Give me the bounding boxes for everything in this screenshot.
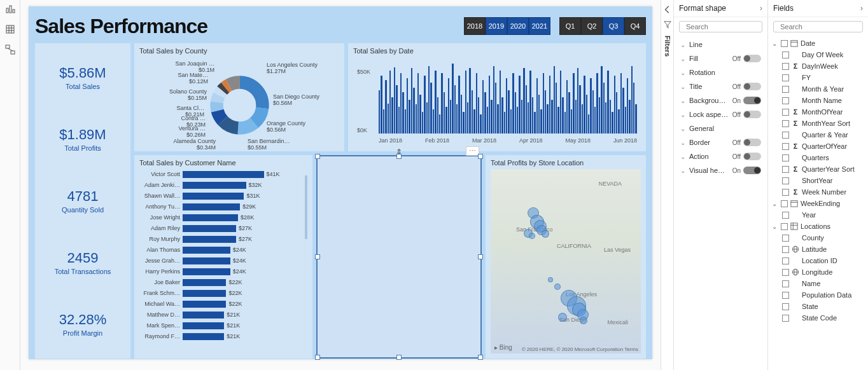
field-item[interactable]: ΣMonthOfYear — [768, 106, 868, 118]
toggle[interactable]: Off — [732, 83, 761, 90]
field-table[interactable]: ⌄Date — [768, 38, 868, 49]
checkbox[interactable] — [782, 280, 789, 287]
expand-icon[interactable]: ⌄ — [772, 200, 778, 207]
column-chart-tile[interactable]: Total Sales by Date $50K $0K Jan 2018Feb… — [348, 43, 646, 151]
format-section[interactable]: ⌄FillOff — [674, 51, 767, 65]
year-button[interactable]: 2021 — [529, 17, 550, 35]
checkbox[interactable] — [782, 235, 789, 242]
fields-search[interactable] — [773, 21, 863, 32]
field-item[interactable]: County — [768, 232, 868, 243]
year-button[interactable]: 2019 — [486, 17, 507, 35]
field-item[interactable]: Location ID — [768, 255, 868, 266]
fields-search-input[interactable] — [780, 23, 868, 31]
resize-handle[interactable] — [478, 355, 483, 360]
field-item[interactable]: Longitude — [768, 266, 868, 278]
checkbox[interactable] — [782, 166, 789, 173]
checkbox[interactable] — [782, 292, 789, 299]
chevron-right-icon[interactable]: › — [860, 4, 863, 13]
map[interactable]: NEVADA San Francisco CALIFORNIA Las Vega… — [491, 169, 641, 353]
quarter-slicer[interactable]: Q1Q2Q3Q4 — [559, 17, 646, 35]
toggle[interactable]: On — [732, 97, 761, 104]
report-view-icon[interactable] — [5, 4, 15, 17]
checkbox[interactable] — [782, 51, 789, 58]
format-section[interactable]: ⌄TitleOff — [674, 79, 767, 93]
visual-more-options[interactable]: ⋯ — [466, 146, 479, 156]
checkbox[interactable] — [782, 177, 789, 184]
checkbox[interactable] — [782, 269, 789, 276]
checkbox[interactable] — [782, 86, 789, 93]
field-item[interactable]: Month Name — [768, 95, 868, 106]
toggle[interactable]: On — [732, 167, 761, 174]
resize-handle[interactable] — [315, 154, 320, 159]
field-item[interactable]: State Code — [768, 312, 868, 324]
format-search-input[interactable] — [686, 23, 774, 31]
kpi-card[interactable]: $5.86MTotal Sales — [59, 65, 106, 90]
scrollbar[interactable] — [305, 175, 307, 239]
format-section[interactable]: ⌄General — [674, 121, 767, 135]
checkbox[interactable] — [781, 223, 788, 230]
filters-collapsed-pane[interactable]: Filters — [661, 0, 673, 370]
field-item[interactable]: FY — [768, 72, 868, 83]
resize-handle[interactable] — [478, 254, 483, 259]
report-canvas[interactable]: Sales Performance 2018201920202021 Q1Q2Q… — [29, 6, 652, 359]
selected-shape-visual[interactable]: ⋯ ⇕ — [316, 155, 482, 359]
year-slicer[interactable]: 2018201920202021 — [464, 17, 550, 35]
field-item[interactable]: ΣMonthYear Sort — [768, 118, 868, 129]
expand-icon[interactable]: ⌄ — [772, 40, 778, 47]
checkbox[interactable] — [782, 120, 789, 127]
quarter-button[interactable]: Q4 — [624, 17, 646, 35]
expand-icon[interactable]: ⌄ — [772, 223, 778, 230]
checkbox[interactable] — [782, 97, 789, 104]
toggle[interactable]: Off — [732, 139, 761, 146]
toggle[interactable]: Off — [732, 111, 761, 118]
checkbox[interactable] — [781, 40, 788, 47]
expand-icon[interactable] — [663, 5, 672, 14]
format-section[interactable]: ⌄Visual he…On — [674, 163, 767, 177]
field-table[interactable]: ⌄Locations — [768, 221, 868, 232]
kpi-card[interactable]: 32.28%Profit Margin — [59, 312, 107, 337]
toggle[interactable]: Off — [732, 55, 761, 62]
field-item[interactable]: Latitude — [768, 243, 868, 255]
quarter-button[interactable]: Q3 — [603, 17, 624, 35]
format-section[interactable]: ⌄BorderOff — [674, 135, 767, 149]
quarter-button[interactable]: Q2 — [581, 17, 603, 35]
toggle[interactable]: Off — [732, 153, 761, 160]
field-item[interactable]: Month & Year — [768, 83, 868, 95]
data-view-icon[interactable] — [5, 24, 15, 37]
field-item[interactable]: ΣQuarterOfYear — [768, 140, 868, 152]
checkbox[interactable] — [782, 212, 789, 219]
field-table[interactable]: ⌄WeekEnding — [768, 198, 868, 209]
quarter-button[interactable]: Q1 — [559, 17, 581, 35]
year-button[interactable]: 2018 — [464, 17, 486, 35]
field-item[interactable]: ShortYear — [768, 175, 868, 186]
field-item[interactable]: State — [768, 301, 868, 312]
field-item[interactable]: Quarters — [768, 152, 868, 163]
kpi-card[interactable]: $1.89MTotal Profits — [59, 127, 106, 152]
checkbox[interactable] — [782, 315, 789, 322]
checkbox[interactable] — [782, 257, 789, 264]
fields-pane-header[interactable]: Fields › — [768, 0, 868, 17]
format-section[interactable]: ⌄Rotation — [674, 65, 767, 79]
format-section[interactable]: ⌄Lock aspe…Off — [674, 107, 767, 121]
resize-handle[interactable] — [396, 154, 402, 159]
chevron-right-icon[interactable]: › — [760, 4, 762, 13]
resize-handle[interactable] — [478, 154, 483, 159]
checkbox[interactable] — [782, 303, 789, 310]
checkbox[interactable] — [782, 74, 789, 81]
format-section[interactable]: ⌄Backgrou…On — [674, 93, 767, 107]
field-item[interactable]: Quarter & Year — [768, 129, 868, 140]
checkbox[interactable] — [782, 143, 789, 150]
format-pane-header[interactable]: Format shape › — [674, 0, 767, 17]
field-item[interactable]: Year — [768, 209, 868, 221]
checkbox[interactable] — [782, 109, 789, 116]
kpi-card[interactable]: 2459Total Transactions — [55, 250, 111, 275]
resize-handle[interactable] — [396, 355, 402, 360]
checkbox[interactable] — [782, 132, 789, 139]
field-item[interactable]: ΣQuarterYear Sort — [768, 163, 868, 175]
year-button[interactable]: 2020 — [507, 17, 529, 35]
model-view-icon[interactable] — [5, 45, 15, 57]
bar-chart-tile[interactable]: Total Sales by Customer Name Victor Scot… — [134, 155, 312, 359]
format-section[interactable]: ⌄ActionOff — [674, 149, 767, 163]
resize-handle[interactable] — [315, 355, 320, 360]
map-tile[interactable]: Total Profits by Store Location NEVADA S… — [486, 155, 646, 359]
